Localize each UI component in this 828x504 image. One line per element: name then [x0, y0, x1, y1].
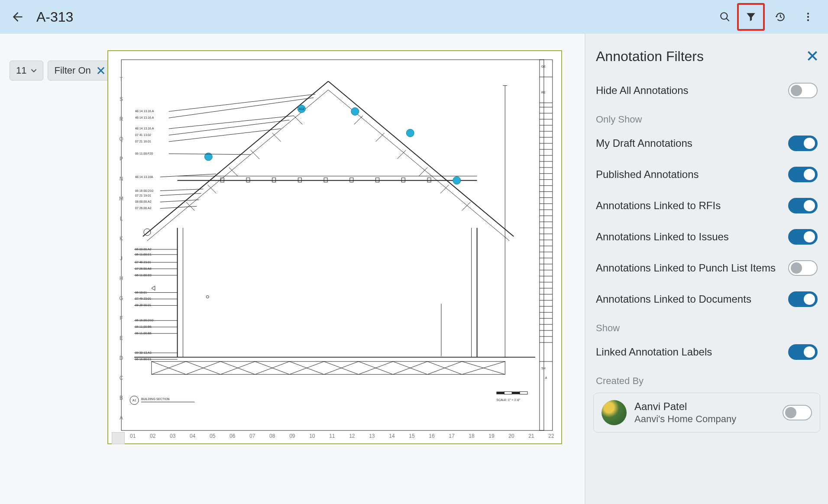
svg-line-151	[169, 94, 316, 112]
svg-text:06 11.00.F20: 06 11.00.F20	[135, 152, 153, 155]
ruler-row-label: J	[113, 255, 130, 262]
ruler-row-label: B	[113, 395, 130, 401]
ruler-col-label: 22	[548, 433, 554, 443]
svg-text:06 00.00.A2: 06 00.00.A2	[135, 248, 152, 251]
page-count-chip[interactable]: 11	[10, 61, 43, 81]
bp-callout: BUILDING SECTION	[141, 397, 170, 401]
svg-line-106	[462, 202, 471, 210]
ruler-vertical: TSRQPNMLKJHGFEDCBA	[113, 76, 130, 421]
svg-rect-6	[121, 60, 544, 430]
ruler-col-label: 14	[389, 433, 395, 443]
show-section: Show	[593, 315, 820, 336]
svg-line-159	[160, 194, 201, 196]
history-button[interactable]	[768, 5, 792, 29]
filter-toggle[interactable]	[788, 291, 818, 307]
filter-row: Published Annotations	[593, 159, 820, 190]
filter-label: Annotations Linked to Punch List Items	[596, 261, 788, 275]
ruler-col-label: 15	[409, 433, 414, 443]
svg-text:06 16.00.E1: 06 16.00.E1	[135, 358, 152, 361]
svg-text:08 00.00.A2: 08 00.00.A2	[135, 200, 152, 203]
svg-line-1	[726, 18, 729, 21]
svg-text:06 11.00.E1: 06 11.00.E1	[135, 253, 152, 256]
ruler-row-label: D	[113, 355, 130, 361]
filter-label: Annotations Linked to Documents	[596, 292, 788, 306]
svg-line-157	[160, 174, 216, 177]
svg-line-105	[294, 116, 302, 124]
page-title: A-313	[36, 9, 73, 25]
filter-toggle[interactable]	[788, 136, 818, 151]
filter-label: Annotations Linked to Issues	[596, 230, 788, 243]
more-button[interactable]	[796, 5, 820, 29]
ruler-row-label: Q	[113, 136, 130, 142]
filter-toggle[interactable]	[788, 229, 818, 245]
svg-text:07 21 19.01: 07 21 19.01	[135, 194, 151, 197]
ruler-col-label: 19	[488, 433, 494, 443]
search-button[interactable]	[713, 5, 737, 29]
ruler-row-label: K	[113, 236, 130, 242]
ruler-col-label: 04	[190, 433, 195, 443]
filter-label: My Draft Annotations	[596, 136, 788, 150]
svg-point-2	[807, 13, 809, 14]
svg-text:07 26.00.A6: 07 26.00.A6	[135, 267, 152, 270]
svg-text:06 16 00.D10: 06 16 00.D10	[135, 189, 153, 192]
search-icon	[719, 11, 731, 23]
ruler-row-label: L	[113, 216, 130, 222]
linked-labels-toggle[interactable]	[788, 344, 818, 360]
close-icon[interactable]	[97, 67, 105, 74]
filter-on-chip[interactable]: Filter On	[48, 61, 111, 81]
svg-text:48 14 13.16A: 48 14 13.16A	[135, 175, 153, 178]
avatar	[602, 400, 627, 425]
svg-rect-134	[197, 344, 244, 355]
filter-toggle[interactable]	[788, 198, 818, 213]
svg-line-111	[354, 116, 363, 124]
svg-text:06 11.00.B6: 06 11.00.B6	[135, 325, 152, 328]
svg-line-109	[397, 150, 406, 159]
svg-point-124	[453, 177, 461, 184]
svg-text:48 14 13.16.A: 48 14 13.16.A	[135, 110, 154, 113]
user-name: Aanvi Patel	[634, 401, 775, 413]
svg-rect-114	[410, 164, 440, 190]
chevron-down-icon	[31, 68, 37, 74]
svg-text:07 41 13.02: 07 41 13.02	[135, 133, 151, 136]
ruler-corner	[112, 432, 125, 444]
svg-text:06 11.00.B3: 06 11.00.B3	[135, 274, 152, 277]
hide-all-row: Hide All Annotations	[593, 75, 820, 106]
ruler-row-label: F	[113, 315, 130, 321]
ruler-col-label: 01	[130, 433, 136, 443]
hide-all-label: Hide All Annotations	[596, 84, 788, 97]
svg-line-152	[169, 98, 314, 118]
created-by-section: Created By	[593, 368, 820, 389]
svg-line-101	[207, 185, 216, 194]
svg-marker-126	[152, 286, 155, 291]
hide-all-toggle[interactable]	[788, 83, 818, 98]
blueprint-canvas[interactable]: GE RE SH A	[107, 50, 562, 444]
svg-line-97	[328, 81, 514, 236]
ruler-row-label: E	[113, 335, 130, 341]
user-filter-toggle[interactable]	[783, 405, 812, 420]
svg-text:GE: GE	[541, 65, 546, 68]
svg-point-122	[406, 129, 414, 137]
filter-toggle[interactable]	[788, 260, 818, 276]
svg-rect-194	[512, 392, 520, 394]
ruler-row-label: G	[113, 295, 130, 301]
svg-point-0	[721, 13, 727, 19]
more-vertical-icon	[802, 11, 814, 23]
filter-chips-row: 11 Filter On	[10, 61, 111, 81]
panel-close-button[interactable]	[807, 51, 818, 63]
svg-rect-7	[540, 60, 553, 430]
filter-row: Annotations Linked to Punch List Items	[593, 252, 820, 284]
back-button[interactable]	[8, 8, 26, 26]
filter-row: Annotations Linked to RFIs	[593, 190, 820, 221]
ruler-col-label: 02	[150, 433, 155, 443]
filter-toggle[interactable]	[788, 167, 818, 182]
filter-button-highlighted[interactable]	[737, 3, 765, 31]
svg-rect-127	[197, 254, 296, 357]
ruler-col-label: 09	[289, 433, 295, 443]
svg-rect-129	[244, 256, 294, 357]
history-icon	[775, 11, 786, 23]
ruler-row-label: T	[113, 76, 130, 82]
user-company: Aanvi's Home Company	[634, 414, 775, 425]
filter-chip-label: Filter On	[54, 65, 91, 76]
svg-rect-135	[299, 239, 363, 357]
svg-line-153	[169, 116, 294, 129]
